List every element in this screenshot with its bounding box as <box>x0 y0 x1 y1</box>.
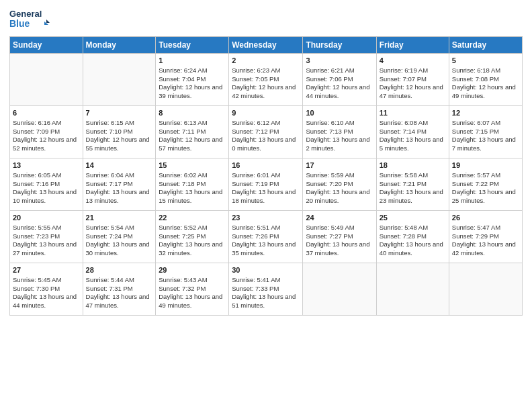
day-header: Saturday <box>449 37 522 54</box>
day-detail: Sunrise: 5:44 AMSunset: 7:31 PMDaylight:… <box>86 276 153 310</box>
day-number: 8 <box>159 108 226 118</box>
day-detail: Sunrise: 5:41 AMSunset: 7:33 PMDaylight:… <box>232 276 300 310</box>
day-detail: Sunrise: 6:15 AMSunset: 7:10 PMDaylight:… <box>86 119 153 153</box>
svg-text:Blue: Blue <box>9 18 30 29</box>
calendar-cell: 5Sunrise: 6:18 AMSunset: 7:08 PMDaylight… <box>449 54 522 106</box>
day-number: 19 <box>452 161 519 171</box>
day-number: 2 <box>232 56 300 66</box>
day-detail: Sunrise: 6:12 AMSunset: 7:12 PMDaylight:… <box>232 119 300 153</box>
calendar-cell: 28Sunrise: 5:44 AMSunset: 7:31 PMDayligh… <box>83 263 156 316</box>
day-detail: Sunrise: 5:57 AMSunset: 7:22 PMDaylight:… <box>452 171 519 205</box>
calendar-cell <box>376 263 449 316</box>
day-number: 21 <box>86 213 153 223</box>
day-detail: Sunrise: 6:24 AMSunset: 7:04 PMDaylight:… <box>159 66 226 101</box>
page-container: General Blue SundayMondayTuesdayWednesda… <box>0 0 532 322</box>
day-detail: Sunrise: 5:52 AMSunset: 7:25 PMDaylight:… <box>159 224 226 258</box>
calendar-cell: 3Sunrise: 6:21 AMSunset: 7:06 PMDaylight… <box>303 54 376 106</box>
day-number: 13 <box>13 161 80 171</box>
day-detail: Sunrise: 6:04 AMSunset: 7:17 PMDaylight:… <box>86 171 153 205</box>
calendar-cell: 7Sunrise: 6:15 AMSunset: 7:10 PMDaylight… <box>83 106 156 158</box>
day-detail: Sunrise: 6:16 AMSunset: 7:09 PMDaylight:… <box>13 119 80 153</box>
day-detail: Sunrise: 5:47 AMSunset: 7:29 PMDaylight:… <box>452 224 519 258</box>
day-detail: Sunrise: 6:19 AMSunset: 7:07 PMDaylight:… <box>380 66 446 101</box>
calendar-cell: 10Sunrise: 6:10 AMSunset: 7:13 PMDayligh… <box>303 106 376 158</box>
svg-text:General: General <box>9 9 42 19</box>
calendar-cell: 23Sunrise: 5:51 AMSunset: 7:26 PMDayligh… <box>229 211 303 263</box>
day-detail: Sunrise: 6:13 AMSunset: 7:11 PMDaylight:… <box>159 119 226 153</box>
calendar-cell <box>449 263 522 316</box>
day-detail: Sunrise: 6:23 AMSunset: 7:05 PMDaylight:… <box>232 66 300 101</box>
day-detail: Sunrise: 6:08 AMSunset: 7:14 PMDaylight:… <box>380 119 446 153</box>
day-detail: Sunrise: 5:54 AMSunset: 7:24 PMDaylight:… <box>86 224 153 258</box>
day-detail: Sunrise: 6:21 AMSunset: 7:06 PMDaylight:… <box>306 66 373 101</box>
calendar-cell: 16Sunrise: 6:01 AMSunset: 7:19 PMDayligh… <box>229 158 303 211</box>
calendar-table: SundayMondayTuesdayWednesdayThursdayFrid… <box>9 36 523 316</box>
day-header: Friday <box>376 37 449 54</box>
calendar-cell: 25Sunrise: 5:48 AMSunset: 7:28 PMDayligh… <box>376 211 449 263</box>
logo-svg: General Blue <box>9 7 50 31</box>
day-number: 4 <box>380 56 446 66</box>
calendar-cell: 19Sunrise: 5:57 AMSunset: 7:22 PMDayligh… <box>449 158 522 211</box>
day-number: 15 <box>159 161 226 171</box>
calendar-cell: 24Sunrise: 5:49 AMSunset: 7:27 PMDayligh… <box>303 211 376 263</box>
calendar-cell <box>83 54 156 106</box>
day-detail: Sunrise: 5:51 AMSunset: 7:26 PMDaylight:… <box>232 224 300 258</box>
calendar-cell: 13Sunrise: 6:05 AMSunset: 7:16 PMDayligh… <box>10 158 83 211</box>
day-number: 9 <box>232 108 300 118</box>
day-number: 18 <box>380 161 446 171</box>
day-header: Monday <box>83 37 156 54</box>
day-detail: Sunrise: 5:55 AMSunset: 7:23 PMDaylight:… <box>13 224 80 258</box>
calendar-cell: 20Sunrise: 5:55 AMSunset: 7:23 PMDayligh… <box>10 211 83 263</box>
calendar-cell: 9Sunrise: 6:12 AMSunset: 7:12 PMDaylight… <box>229 106 303 158</box>
day-number: 26 <box>452 213 519 223</box>
day-detail: Sunrise: 5:59 AMSunset: 7:20 PMDaylight:… <box>306 171 373 205</box>
day-header: Thursday <box>303 37 376 54</box>
day-detail: Sunrise: 5:48 AMSunset: 7:28 PMDaylight:… <box>380 224 446 258</box>
day-number: 29 <box>159 265 226 275</box>
calendar-week-row: 6Sunrise: 6:16 AMSunset: 7:09 PMDaylight… <box>10 106 523 158</box>
calendar-cell: 18Sunrise: 5:58 AMSunset: 7:21 PMDayligh… <box>376 158 449 211</box>
day-number: 5 <box>452 56 519 66</box>
svg-marker-3 <box>46 19 50 23</box>
calendar-cell <box>303 263 376 316</box>
calendar-cell: 11Sunrise: 6:08 AMSunset: 7:14 PMDayligh… <box>376 106 449 158</box>
calendar-cell: 29Sunrise: 5:43 AMSunset: 7:32 PMDayligh… <box>156 263 229 316</box>
day-number: 25 <box>380 213 446 223</box>
day-number: 24 <box>306 213 373 223</box>
calendar-week-row: 20Sunrise: 5:55 AMSunset: 7:23 PMDayligh… <box>10 211 523 263</box>
day-number: 17 <box>306 161 373 171</box>
day-number: 20 <box>13 213 80 223</box>
calendar-cell: 12Sunrise: 6:07 AMSunset: 7:15 PMDayligh… <box>449 106 522 158</box>
header-row: SundayMondayTuesdayWednesdayThursdayFrid… <box>10 37 523 54</box>
calendar-cell <box>10 54 83 106</box>
day-detail: Sunrise: 6:05 AMSunset: 7:16 PMDaylight:… <box>13 171 80 205</box>
calendar-cell: 21Sunrise: 5:54 AMSunset: 7:24 PMDayligh… <box>83 211 156 263</box>
calendar-cell: 1Sunrise: 6:24 AMSunset: 7:04 PMDaylight… <box>156 54 229 106</box>
day-number: 14 <box>86 161 153 171</box>
day-detail: Sunrise: 5:43 AMSunset: 7:32 PMDaylight:… <box>159 276 226 310</box>
calendar-cell: 6Sunrise: 6:16 AMSunset: 7:09 PMDaylight… <box>10 106 83 158</box>
day-detail: Sunrise: 6:02 AMSunset: 7:18 PMDaylight:… <box>159 171 226 205</box>
calendar-cell: 26Sunrise: 5:47 AMSunset: 7:29 PMDayligh… <box>449 211 522 263</box>
day-detail: Sunrise: 6:18 AMSunset: 7:08 PMDaylight:… <box>452 66 519 101</box>
day-header: Wednesday <box>229 37 303 54</box>
day-number: 22 <box>159 213 226 223</box>
day-detail: Sunrise: 6:10 AMSunset: 7:13 PMDaylight:… <box>306 119 373 153</box>
calendar-cell: 2Sunrise: 6:23 AMSunset: 7:05 PMDaylight… <box>229 54 303 106</box>
day-number: 16 <box>232 161 300 171</box>
calendar-cell: 22Sunrise: 5:52 AMSunset: 7:25 PMDayligh… <box>156 211 229 263</box>
header: General Blue <box>9 7 523 31</box>
day-number: 10 <box>306 108 373 118</box>
day-number: 27 <box>13 265 80 275</box>
day-detail: Sunrise: 6:01 AMSunset: 7:19 PMDaylight:… <box>232 171 300 205</box>
day-detail: Sunrise: 6:07 AMSunset: 7:15 PMDaylight:… <box>452 119 519 153</box>
calendar-cell: 27Sunrise: 5:45 AMSunset: 7:30 PMDayligh… <box>10 263 83 316</box>
day-detail: Sunrise: 5:45 AMSunset: 7:30 PMDaylight:… <box>13 276 80 310</box>
calendar-cell: 30Sunrise: 5:41 AMSunset: 7:33 PMDayligh… <box>229 263 303 316</box>
calendar-cell: 14Sunrise: 6:04 AMSunset: 7:17 PMDayligh… <box>83 158 156 211</box>
day-number: 28 <box>86 265 153 275</box>
day-header: Tuesday <box>156 37 229 54</box>
day-number: 1 <box>159 56 226 66</box>
day-number: 6 <box>13 108 80 118</box>
day-number: 3 <box>306 56 373 66</box>
